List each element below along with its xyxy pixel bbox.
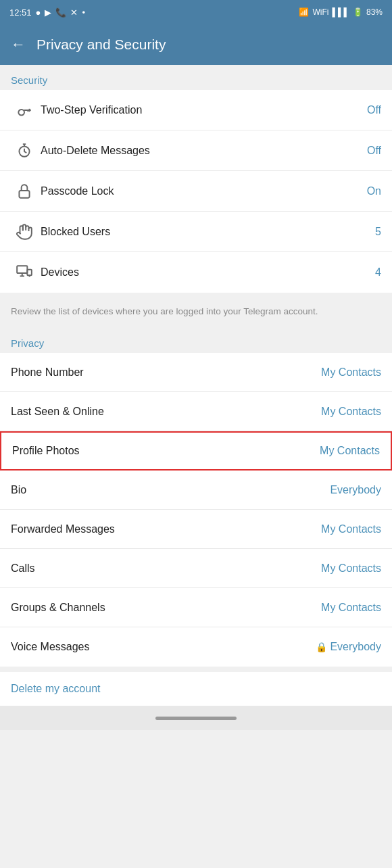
- wifi-icon: WiFi: [312, 7, 328, 17]
- security-section-header: Security: [0, 65, 392, 90]
- calls-item[interactable]: Calls My Contacts: [0, 549, 392, 588]
- devices-value: 4: [375, 266, 381, 279]
- profile-photos-label: Profile Photos: [12, 445, 80, 457]
- last-seen-label: Last Seen & Online: [11, 406, 104, 418]
- key-icon: [11, 97, 38, 124]
- bio-value: Everybody: [330, 484, 381, 496]
- two-step-label: Two-Step Verification: [41, 104, 367, 116]
- page-title: Privacy and Security: [36, 37, 166, 53]
- voice-messages-value: 🔒 Everybody: [316, 641, 381, 653]
- signal-bars-icon: ▌▌▌: [332, 7, 349, 17]
- privacy-section-header: Privacy: [0, 328, 392, 353]
- voice-messages-label: Voice Messages: [11, 641, 90, 653]
- svg-point-0: [18, 109, 24, 115]
- security-footer: Review the list of devices where you are…: [0, 298, 392, 328]
- hand-icon: [11, 218, 38, 245]
- passcode-value: On: [367, 185, 381, 197]
- voice-lock-icon: 🔒: [316, 642, 327, 652]
- svg-rect-11: [27, 270, 32, 276]
- auto-delete-item[interactable]: Auto-Delete Messages Off: [0, 130, 392, 171]
- status-left: 12:51 ● ▶ 📞 ✕ •: [9, 7, 85, 18]
- lock-icon: [11, 178, 38, 205]
- monitor-icon: [11, 259, 38, 286]
- battery-percent: 83%: [366, 7, 383, 17]
- forwarded-messages-item[interactable]: Forwarded Messages My Contacts: [0, 510, 392, 549]
- x-icon: ✕: [70, 7, 78, 18]
- last-seen-value: My Contacts: [321, 406, 381, 418]
- svg-rect-8: [17, 266, 27, 273]
- battery-icon: 🔋: [353, 7, 363, 17]
- groups-channels-label: Groups & Channels: [11, 602, 105, 614]
- forwarded-messages-value: My Contacts: [321, 523, 381, 535]
- header: ← Privacy and Security: [0, 24, 392, 65]
- passcode-label: Passcode Lock: [41, 185, 367, 197]
- blocked-users-item[interactable]: Blocked Users 5: [0, 212, 392, 252]
- two-step-verification-item[interactable]: Two-Step Verification Off: [0, 90, 392, 130]
- status-bar: 12:51 ● ▶ 📞 ✕ • 📶 WiFi ▌▌▌ 🔋 83%: [0, 0, 392, 24]
- devices-label: Devices: [41, 266, 375, 279]
- last-seen-item[interactable]: Last Seen & Online My Contacts: [0, 392, 392, 431]
- delete-account-section: Delete my account: [0, 672, 392, 706]
- devices-item[interactable]: Devices 4: [0, 252, 392, 293]
- bottom-home-indicator: [155, 717, 237, 720]
- back-button[interactable]: ←: [11, 36, 26, 53]
- phone-number-item[interactable]: Phone Number My Contacts: [0, 353, 392, 392]
- signal-icon: ●: [36, 7, 41, 18]
- bio-label: Bio: [11, 484, 26, 496]
- phone-icon: 📞: [55, 7, 66, 18]
- privacy-section: Phone Number My Contacts Last Seen & Onl…: [0, 353, 392, 667]
- passcode-lock-item[interactable]: Passcode Lock On: [0, 171, 392, 212]
- bio-item[interactable]: Bio Everybody: [0, 471, 392, 510]
- voice-messages-item[interactable]: Voice Messages 🔒 Everybody: [0, 627, 392, 667]
- phone-number-label: Phone Number: [11, 366, 84, 379]
- youtube-icon: ▶: [45, 7, 51, 18]
- status-right: 📶 WiFi ▌▌▌ 🔋 83%: [299, 7, 383, 17]
- bottom-bar: [0, 706, 392, 730]
- clock-icon: [11, 137, 38, 164]
- security-section: Two-Step Verification Off Auto-Delete Me…: [0, 90, 392, 293]
- calls-label: Calls: [11, 562, 35, 575]
- phone-number-value: My Contacts: [321, 366, 381, 379]
- groups-channels-value: My Contacts: [321, 602, 381, 614]
- forwarded-messages-label: Forwarded Messages: [11, 523, 115, 535]
- call-icon: 📶: [299, 7, 309, 17]
- dot-icon: •: [82, 7, 85, 18]
- profile-photos-value: My Contacts: [320, 445, 380, 457]
- status-time: 12:51: [9, 7, 32, 18]
- auto-delete-label: Auto-Delete Messages: [41, 145, 367, 157]
- svg-rect-7: [19, 190, 29, 197]
- calls-value: My Contacts: [321, 562, 381, 575]
- profile-photos-item[interactable]: Profile Photos My Contacts: [0, 431, 392, 471]
- groups-channels-item[interactable]: Groups & Channels My Contacts: [0, 588, 392, 627]
- blocked-users-value: 5: [375, 226, 381, 238]
- content: Security Two-Step Verification Off: [0, 65, 392, 706]
- delete-account-button[interactable]: Delete my account: [11, 683, 101, 694]
- blocked-users-label: Blocked Users: [41, 226, 375, 238]
- two-step-value: Off: [367, 104, 381, 116]
- auto-delete-value: Off: [367, 145, 381, 157]
